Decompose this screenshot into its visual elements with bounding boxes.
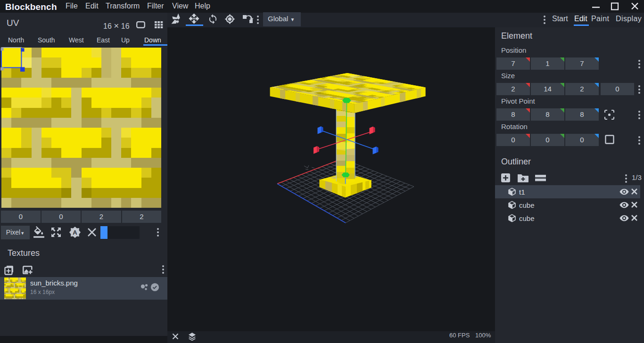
svg-text:A: A — [73, 229, 77, 236]
